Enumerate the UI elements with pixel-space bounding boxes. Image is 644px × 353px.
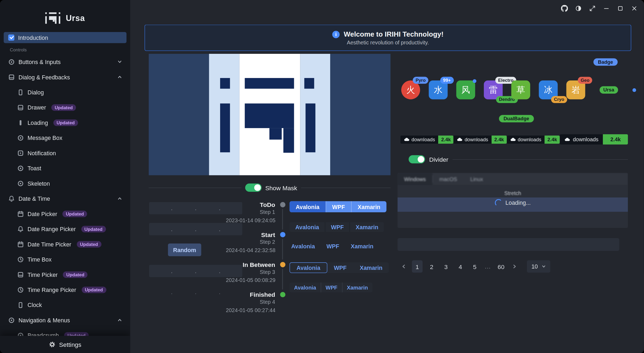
sidebar-item-message-box[interactable]: Message Box: [4, 132, 126, 143]
clock-icon: [17, 256, 24, 262]
xamarin-button[interactable]: Xamarin: [342, 283, 372, 292]
minimize-button[interactable]: [601, 3, 611, 13]
chevron-down-icon: [541, 264, 546, 269]
sidebar-group-buttons-inputs[interactable]: Buttons & Inputs: [4, 56, 126, 67]
wpf-button[interactable]: WPF: [325, 222, 350, 232]
avalonia-button[interactable]: Avalonia: [290, 283, 321, 292]
expand-arrows-icon: [589, 5, 596, 12]
sidebar-item-date-range-picker[interactable]: Date Range Picker Updated: [4, 223, 126, 234]
sidebar-item-toast[interactable]: Toast: [4, 163, 126, 174]
settings-button[interactable]: Settings: [0, 336, 130, 353]
random-button-label: Random: [173, 246, 196, 253]
ip-dot: .: [171, 205, 173, 211]
xamarin-button[interactable]: Xamarin: [351, 242, 373, 250]
github-icon: [561, 5, 568, 12]
sidebar-item-skeleton[interactable]: Skeleton: [4, 178, 126, 189]
spinner-icon: [495, 199, 502, 206]
pagination-page-60[interactable]: 60: [496, 260, 506, 273]
fullscreen-button[interactable]: [587, 3, 597, 13]
timeline-dot: [280, 232, 285, 237]
sidebar-item-label: Skeleton: [27, 180, 50, 186]
tile-glyph: 风: [461, 84, 470, 96]
maximize-button[interactable]: [615, 3, 625, 13]
ursa-badge: Ursa: [600, 86, 618, 93]
downloads-label: downloads: [464, 136, 488, 142]
sidebar-group-label: Dialog & Feedbacks: [19, 74, 70, 80]
timeline-dot: [280, 292, 285, 297]
screen: Ursa Introduction Controls Buttons & Inp…: [0, 0, 644, 353]
wpf-button[interactable]: WPF: [326, 201, 351, 212]
xamarin-button[interactable]: Xamarin: [351, 201, 387, 212]
timeline-step-label: Step 3: [226, 268, 275, 276]
clock-icon: [17, 302, 24, 308]
github-button[interactable]: [559, 3, 569, 13]
irihi-logo-image: [149, 54, 390, 175]
sidebar-item-date-picker[interactable]: Date Picker Updated: [4, 208, 126, 219]
timeline-dot: [280, 202, 285, 207]
timeline: ToDo Step 1 2023-01-14 09:24:05 Start St…: [226, 201, 286, 315]
xamarin-button[interactable]: Xamarin: [350, 222, 384, 232]
sidebar-item-time-box[interactable]: Time Box: [4, 254, 126, 265]
cloud-icon: [510, 137, 516, 142]
pagination-page-5[interactable]: 5: [469, 260, 480, 273]
avalonia-button[interactable]: Avalonia: [290, 201, 326, 212]
random-button[interactable]: Random: [168, 243, 201, 256]
timeline-step: Start Step 2 2024-01-04 22:32:58: [226, 231, 286, 261]
sidebar-item-clock[interactable]: Clock: [4, 299, 126, 310]
sidebar-group-date-time[interactable]: Date & Time: [4, 193, 126, 204]
sidebar-group-dialog-feedbacks[interactable]: Dialog & Feedbacks: [4, 72, 126, 83]
sidebar-item-time-picker[interactable]: Time Picker Updated: [4, 269, 126, 280]
downloads-label: downloads: [573, 136, 599, 143]
show-mask-toggle[interactable]: [245, 183, 262, 192]
avalonia-button[interactable]: Avalonia: [290, 222, 325, 232]
page-size-select[interactable]: 10: [527, 260, 550, 273]
downloads-count: 2.4k: [438, 135, 453, 144]
cryo-badge: Cryo: [551, 96, 567, 103]
element-tile-pyro: 火 Pyro: [401, 80, 420, 99]
downloads-badges-row: downloads 2.4k downloads 2.4k downloads …: [400, 134, 628, 144]
timeline-step-title: Start: [226, 231, 275, 238]
pagination-page-3[interactable]: 3: [441, 260, 451, 273]
pagination-page-4[interactable]: 4: [455, 260, 466, 273]
xamarin-button[interactable]: Xamarin: [353, 262, 389, 273]
sidebar-item-date-time-picker[interactable]: Date Time Picker Updated: [4, 239, 126, 250]
cloud-icon: [404, 137, 409, 142]
sidebar-item-loading[interactable]: Loading Updated: [4, 117, 126, 128]
avalonia-button[interactable]: Avalonia: [291, 242, 315, 250]
empty-text-input[interactable]: [397, 238, 619, 251]
sidebar-item-time-range-picker[interactable]: Time Range Picker Updated: [4, 284, 126, 295]
tab-macos[interactable]: macOS: [433, 173, 464, 185]
sidebar-item-introduction[interactable]: Introduction: [4, 32, 126, 43]
sidebar-item-notification[interactable]: Notification: [4, 147, 126, 158]
timeline-step: ToDo Step 1 2023-01-14 09:24:05: [226, 201, 286, 231]
pagination-ellipsis[interactable]: ...: [484, 263, 492, 270]
pagination-next-button[interactable]: [510, 260, 519, 273]
divider-toggle[interactable]: [409, 155, 425, 164]
sidebar-item-dialog[interactable]: Dialog: [4, 87, 126, 98]
sidebar-item-drawer[interactable]: Drawer Updated: [4, 102, 126, 113]
tab-windows[interactable]: Windows: [397, 173, 432, 185]
close-button[interactable]: [629, 3, 639, 13]
downloads-badge: downloads 2.4k: [507, 135, 560, 144]
app-name: Ursa: [66, 13, 85, 23]
pagination-page-1[interactable]: 1: [412, 260, 423, 273]
dual-badge-pill: DualBadge: [499, 115, 534, 122]
ip-dot: .: [171, 289, 173, 295]
sidebar-item-label: Message Box: [27, 135, 62, 141]
page-size-value: 10: [532, 263, 538, 270]
loading-text: Loading...: [505, 200, 531, 206]
tile-glyph: 岩: [571, 84, 580, 96]
sidebar-item-label: Date Time Picker: [27, 241, 71, 247]
tab-linux[interactable]: Linux: [464, 173, 490, 185]
sidebar-group-navigation-menus[interactable]: Navigation & Menus: [4, 315, 126, 326]
sidebar-item-label: Introduction: [18, 34, 48, 41]
wpf-button[interactable]: WPF: [327, 262, 353, 273]
pagination-prev-button[interactable]: [399, 260, 408, 273]
avalonia-button[interactable]: Avalonia: [290, 262, 327, 273]
sidebar-item-label: Clock: [27, 302, 42, 308]
wpf-button[interactable]: WPF: [326, 242, 339, 250]
sidebar-group-label: Buttons & Inputs: [19, 58, 61, 65]
wpf-button[interactable]: WPF: [321, 283, 342, 292]
theme-toggle-button[interactable]: [573, 3, 583, 13]
pagination-page-2[interactable]: 2: [426, 260, 437, 273]
